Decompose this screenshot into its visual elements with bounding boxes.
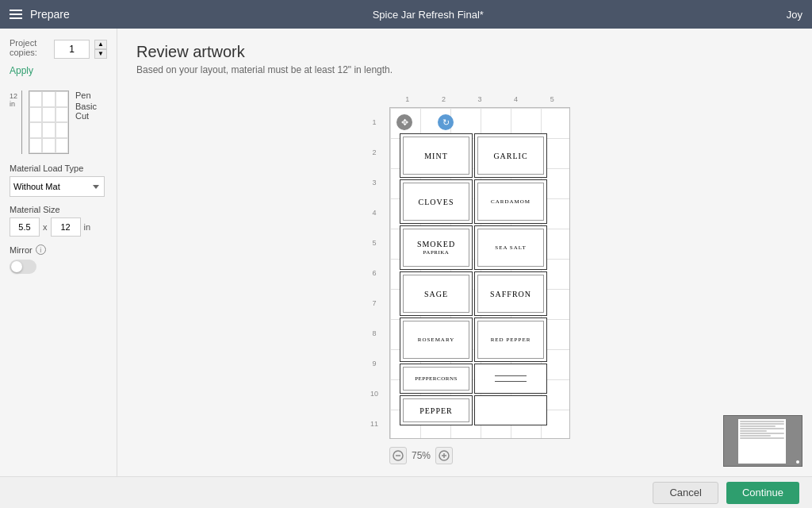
material-size-label: Material Size [10, 205, 107, 214]
size-unit: in [84, 222, 91, 232]
spice-label-peppercorns[interactable]: PEPPERCORNS [400, 364, 473, 394]
ruler-top-2: 2 [426, 91, 462, 107]
copies-down-btn[interactable]: ▼ [94, 49, 107, 59]
mat-display-wrapper: 1 2 3 4 5 6 7 8 9 10 11 ✥ [389, 107, 570, 439]
mat-cell [29, 91, 42, 107]
copies-input[interactable] [54, 40, 90, 59]
spice-label-smoked-paprika[interactable]: SMOKED PAPRIKA [400, 225, 473, 270]
review-subtitle: Based on your layout, material must be a… [136, 64, 793, 75]
topbar: Prepare Spice Jar Refresh Final* Joy [0, 0, 812, 29]
spice-label-mint[interactable]: MINT [400, 133, 473, 178]
line-1 [495, 375, 527, 376]
ruler-left-2: 2 [359, 137, 389, 167]
bottombar: Cancel Continue [0, 476, 812, 508]
mat-cell [56, 122, 68, 138]
mat-cell [42, 91, 55, 107]
apply-button[interactable]: Apply [10, 65, 33, 76]
menu-icon[interactable] [10, 10, 22, 19]
ruler-left-4: 4 [359, 198, 389, 228]
spice-label-saffron[interactable]: SAFFRON [474, 271, 547, 316]
user-name: Joy [787, 9, 802, 21]
spice-label-sage[interactable]: SAGE [400, 271, 473, 316]
copies-spinner: ▲ ▼ [94, 40, 107, 59]
canvas-pan-icon[interactable]: ✥ [396, 114, 412, 130]
spice-label-lines[interactable] [474, 364, 547, 394]
mirror-toggle[interactable] [10, 260, 36, 274]
mat-cell [56, 107, 68, 123]
cancel-button[interactable]: Cancel [653, 482, 718, 504]
mat-cell [42, 107, 55, 123]
mat-size-label: 12 in [10, 92, 20, 108]
canvas-wrapper: 1 2 3 4 5 1 2 3 4 5 6 7 8 9 [359, 91, 570, 439]
canvas-area: 1 2 3 4 5 1 2 3 4 5 6 7 8 9 [117, 83, 812, 439]
mat-cell [42, 122, 55, 138]
minus-circle-icon [393, 450, 404, 461]
mini-line [740, 433, 784, 434]
mini-line [740, 435, 771, 437]
line-2 [495, 381, 527, 382]
mat-cell [42, 138, 55, 154]
copies-label: Project copies: [10, 38, 49, 57]
mini-line [740, 428, 784, 429]
spice-label-cardamom[interactable]: CARDAMOM [474, 179, 547, 224]
ruler-top: 1 2 3 4 5 [389, 91, 570, 107]
spice-label-garlic[interactable]: GARLIC [474, 133, 547, 178]
mini-line [740, 425, 776, 427]
mat-preview: 12 in Pen Basic Cut [10, 90, 107, 154]
mat-cell [56, 138, 68, 154]
mini-preview-content [738, 419, 786, 464]
plus-circle-icon [439, 450, 450, 461]
material-load-select[interactable]: Without Mat With Mat [10, 176, 105, 197]
ruler-left-10: 10 [359, 379, 389, 409]
continue-button[interactable]: Continue [726, 482, 799, 504]
ruler-top-3: 3 [462, 91, 498, 107]
operation-label: Basic Cut [75, 102, 107, 121]
material-size-field: Material Size x in [10, 205, 107, 237]
mat-ruler: 12 in [10, 90, 22, 154]
mini-preview[interactable] [723, 415, 802, 467]
spice-label-pepper[interactable]: PEPPER [400, 395, 473, 425]
smoked-text: SMOKED [417, 240, 455, 248]
material-load-label: Material Load Type [10, 164, 107, 173]
paprika-text: PAPRIKA [423, 249, 450, 256]
mirror-label-text: Mirror [10, 245, 33, 255]
copies-field: Project copies: ▲ ▼ Apply [10, 38, 107, 83]
mat-display[interactable]: ✥ ↻ MINT GARLIC CLOVES CARDAMOM SMOKED [389, 107, 570, 439]
spice-label-sea-salt[interactable]: SEA SALT [474, 225, 547, 270]
zoom-increase-btn[interactable] [435, 447, 453, 464]
mat-cell [56, 91, 68, 107]
mat-cell [29, 122, 42, 138]
size-height-input[interactable] [51, 217, 81, 237]
ruler-left-9: 9 [359, 348, 389, 379]
review-header: Review artwork Based on your layout, mat… [117, 29, 812, 83]
copies-up-btn[interactable]: ▲ [94, 40, 107, 49]
spice-label-red-pepper[interactable]: RED PEPPER [474, 318, 547, 362]
ruler-top-4: 4 [498, 91, 534, 107]
size-width-input[interactable] [10, 217, 40, 237]
mat-grid [29, 90, 69, 154]
zoom-decrease-btn[interactable] [389, 447, 407, 464]
mirror-field: Mirror i [10, 244, 107, 274]
spice-label-empty [474, 395, 547, 425]
project-title: Spice Jar Refresh Final* [70, 9, 787, 21]
canvas-rotate-icon[interactable]: ↻ [438, 114, 454, 130]
spice-label-rosemary[interactable]: ROSEMARY [400, 318, 473, 362]
ruler-left-11: 11 [359, 409, 389, 439]
ruler-left-7: 7 [359, 288, 389, 318]
mini-preview-dot [796, 460, 799, 464]
mat-info: Pen Basic Cut [75, 90, 107, 122]
ruler-left: 1 2 3 4 5 6 7 8 9 10 11 [359, 107, 389, 439]
mini-line [740, 430, 767, 432]
toggle-thumb [11, 261, 22, 272]
size-separator: x [43, 222, 48, 232]
ruler-left-3: 3 [359, 167, 389, 198]
mat-cell [29, 107, 42, 123]
ruler-top-1: 1 [389, 91, 426, 107]
mirror-info-icon[interactable]: i [36, 244, 46, 255]
spice-labels-grid: MINT GARLIC CLOVES CARDAMOM SMOKED PAPRI… [400, 133, 547, 425]
zoom-value: 75% [412, 450, 431, 461]
mini-line [740, 423, 784, 425]
ruler-left-8: 8 [359, 318, 389, 348]
spice-label-cloves[interactable]: CLOVES [400, 179, 473, 224]
zoom-controls: 75% [389, 447, 453, 464]
